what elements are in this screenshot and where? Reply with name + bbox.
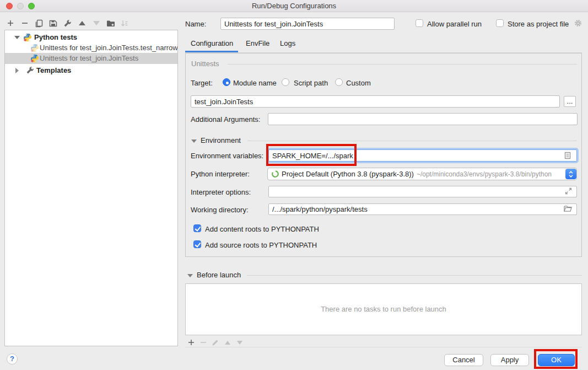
tree-item-label: Python tests <box>34 32 77 42</box>
before-launch-toolbar <box>187 338 243 347</box>
add-source-roots-checkbox[interactable] <box>193 240 201 248</box>
tree-item-python-tests[interactable]: Python tests <box>5 32 177 42</box>
group-divider <box>247 141 577 141</box>
additional-arguments-label: Additional Arguments: <box>191 115 260 124</box>
radio-script-path[interactable] <box>282 78 289 86</box>
remove-task-icon[interactable] <box>199 339 207 346</box>
titlebar: Run/Debug Configurations <box>0 0 588 12</box>
python-icon <box>23 33 32 42</box>
move-task-up-icon[interactable] <box>224 339 231 346</box>
group-divider <box>228 64 577 65</box>
radio-module-name-label: Module name <box>233 79 277 87</box>
run-debug-configurations-dialog: Run/Debug Configurations <box>0 0 588 370</box>
add-icon[interactable] <box>6 19 15 28</box>
ok-button[interactable]: OK <box>538 354 575 366</box>
chevron-down-icon[interactable] <box>191 140 197 143</box>
move-up-icon[interactable] <box>77 19 87 28</box>
edit-task-pencil-icon[interactable] <box>212 339 219 346</box>
store-as-project-file-label: Store as project file <box>508 20 569 29</box>
working-directory-input[interactable] <box>268 203 577 215</box>
allow-parallel-run-label: Allow parallel run <box>427 20 482 29</box>
target-label: Target: <box>191 79 213 87</box>
edit-templates-wrench-icon[interactable] <box>63 19 72 28</box>
interpreter-options-label: Interpreter options: <box>191 188 251 196</box>
group-divider <box>247 275 582 276</box>
apply-button[interactable]: Apply <box>490 354 529 366</box>
expand-field-icon[interactable] <box>565 187 573 196</box>
chevron-right-icon[interactable] <box>15 68 19 73</box>
before-launch-empty-message: There are no tasks to run before launch <box>186 305 581 313</box>
folder-icon[interactable] <box>564 205 572 213</box>
tree-item-templates[interactable]: Templates <box>5 65 177 76</box>
tree-item-label: Unittests for test_join.JoinTests <box>40 53 138 64</box>
chevron-down-icon[interactable] <box>187 274 193 277</box>
panel-divider <box>185 347 582 347</box>
python-icon <box>30 54 39 63</box>
configuration-tab-panel: Unittests Target: Module name Script pat… <box>185 53 582 257</box>
save-icon[interactable] <box>48 19 58 28</box>
wrench-icon <box>26 66 35 75</box>
browse-target-button[interactable]: ... <box>564 96 576 107</box>
move-task-down-icon[interactable] <box>236 339 243 346</box>
add-source-roots-label: Add source roots to PYTHONPATH <box>205 241 317 249</box>
radio-script-path-label: Script path <box>294 79 328 87</box>
tree-item-label: Unittests for test_join.JoinTests.test_n… <box>40 42 177 53</box>
conda-env-icon <box>271 170 279 178</box>
name-input[interactable] <box>220 18 395 30</box>
unittests-group-label: Unittests <box>191 60 219 68</box>
remove-icon[interactable] <box>20 19 29 28</box>
before-launch-task-list: There are no tasks to run before launch <box>185 283 582 335</box>
add-task-icon[interactable] <box>187 339 195 346</box>
python-interpreter-label: Python interpreter: <box>191 170 250 178</box>
working-directory-label: Working directory: <box>191 206 249 214</box>
tree-item-test-narrow[interactable]: Unittests for test_join.JoinTests.test_n… <box>5 42 177 53</box>
tab-envfile[interactable]: EnvFile <box>246 39 269 47</box>
radio-module-name[interactable] <box>223 78 230 86</box>
add-content-roots-checkbox[interactable] <box>193 224 201 232</box>
browse-variables-icon[interactable] <box>564 152 572 160</box>
environment-variables-label: Environment variables: <box>191 152 263 160</box>
python-interpreter-path: ~/opt/miniconda3/envs/pyspark-3.8/bin/py… <box>417 170 552 178</box>
store-as-project-file-checkbox[interactable] <box>496 19 504 27</box>
add-content-roots-label: Add content roots to PYTHONPATH <box>205 225 319 233</box>
window-title: Run/Debug Configurations <box>0 2 588 10</box>
interpreter-options-input[interactable] <box>268 186 577 197</box>
chevron-down-icon[interactable] <box>14 36 20 39</box>
python-interpreter-combobox[interactable]: Project Default (Python 3.8 (pyspark-3.8… <box>267 168 577 180</box>
sort-alphabetically-icon[interactable] <box>120 19 130 28</box>
python-interpreter-value: Project Default (Python 3.8 (pyspark-3.8… <box>282 170 414 178</box>
configurations-tree: Python tests Unittests for test_join.Joi… <box>4 30 178 346</box>
help-button[interactable]: ? <box>7 353 18 364</box>
copy-icon[interactable] <box>34 19 44 28</box>
environment-variables-input[interactable] <box>268 149 577 162</box>
target-input[interactable] <box>191 95 560 108</box>
move-down-icon[interactable] <box>91 19 101 28</box>
cancel-button[interactable]: Cancel <box>444 354 483 366</box>
before-launch-label: Before launch <box>197 271 241 280</box>
gear-icon[interactable] <box>574 19 582 29</box>
environment-group-label: Environment <box>201 136 241 144</box>
tab-logs[interactable]: Logs <box>280 39 295 47</box>
tree-item-jointests-selected[interactable]: Unittests for test_join.JoinTests <box>5 53 177 64</box>
name-label: Name: <box>185 20 206 29</box>
radio-custom-label: Custom <box>346 79 371 87</box>
tab-configuration[interactable]: Configuration <box>191 39 233 47</box>
allow-parallel-run-checkbox[interactable] <box>416 19 423 27</box>
combobox-stepper-icon[interactable] <box>565 169 576 179</box>
configurations-toolbar <box>6 18 130 28</box>
additional-arguments-input[interactable] <box>268 113 578 125</box>
tree-item-label: Templates <box>36 65 71 76</box>
new-folder-icon[interactable] <box>106 19 115 28</box>
python-icon <box>30 44 39 52</box>
radio-custom[interactable] <box>335 78 343 86</box>
